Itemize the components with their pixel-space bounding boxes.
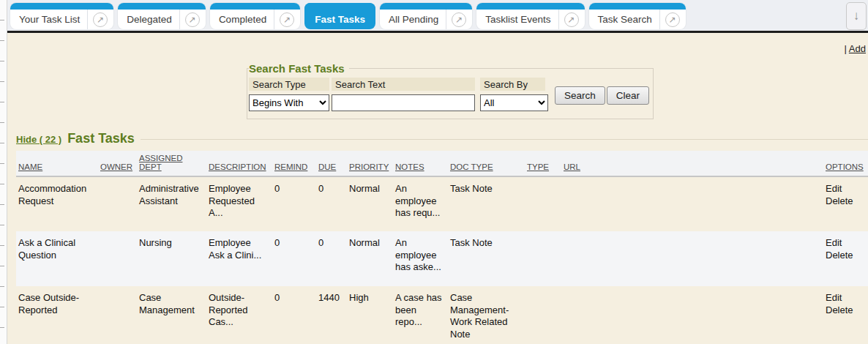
search-type-label: Search Type xyxy=(249,78,329,91)
cell-priority: Normal xyxy=(347,231,393,286)
app-window: Your Task List ↗ Delegated ↗ Completed ↗… xyxy=(0,0,868,344)
open-new-window-button[interactable]: ↗ xyxy=(179,10,206,29)
cell-priority: Normal xyxy=(347,176,393,231)
tab-scroll-down-button[interactable]: ↓ xyxy=(846,2,867,30)
cell-type xyxy=(525,176,561,231)
cell-doc-type: Task Note xyxy=(448,176,525,231)
down-arrow-icon: ↓ xyxy=(853,9,860,23)
open-new-window-button[interactable]: ↗ xyxy=(274,10,300,29)
tab-label: Delegated xyxy=(118,10,179,29)
cell-remind: 0 xyxy=(272,286,316,341)
column-header-assigned-dept: ASSIGNED DEPT xyxy=(137,151,206,176)
cell-url xyxy=(561,176,823,231)
cell-name: Case Outside-Reported xyxy=(16,286,98,341)
column-header-notes: NOTES xyxy=(393,151,448,176)
external-link-icon: ↗ xyxy=(452,12,466,27)
cell-url xyxy=(561,231,823,286)
delete-link[interactable]: Delete xyxy=(826,195,864,208)
cell-due: 0 xyxy=(316,176,347,231)
hide-count-link[interactable]: Hide ( 22 ) xyxy=(16,134,61,145)
column-header-remind: REMIND xyxy=(272,151,316,176)
column-header-due: DUE xyxy=(316,151,347,176)
edit-link[interactable]: Edit xyxy=(826,183,864,195)
tab-label: Completed xyxy=(210,10,274,29)
cell-name: Accommodation Request xyxy=(16,176,98,231)
search-text-input[interactable] xyxy=(332,94,475,111)
cell-description: Employee Ask a Clini... xyxy=(206,231,272,286)
separator: | xyxy=(845,43,847,54)
tab-all-pending[interactable]: All Pending ↗ xyxy=(380,3,472,29)
search-by-label: Search By xyxy=(480,78,545,91)
cell-notes: A case has been repo... xyxy=(393,286,448,341)
tab-label: All Pending xyxy=(380,10,446,29)
cell-doc-type: Task Note xyxy=(448,231,525,286)
column-header-doc-type: DOC TYPE xyxy=(448,151,525,176)
search-form: Search Type Search Text Search By Begins… xyxy=(249,78,649,113)
cell-options: Edit Delete xyxy=(823,176,868,231)
column-header-description: DESCRIPTION xyxy=(206,151,272,176)
tab-label: Your Task List xyxy=(10,10,87,29)
table-row: Accommodation Request Administrative Ass… xyxy=(16,176,868,231)
table-row: Ask a Clinical Question Nursing Employee… xyxy=(16,231,868,286)
tab-task-search[interactable]: Task Search ↗ xyxy=(589,3,686,29)
clear-button[interactable]: Clear xyxy=(607,86,649,105)
search-button[interactable]: Search xyxy=(555,86,605,105)
tab-label: Task Search xyxy=(589,10,659,29)
cell-url xyxy=(561,286,823,341)
edit-link[interactable]: Edit xyxy=(826,237,864,250)
open-new-window-button[interactable]: ↗ xyxy=(446,10,472,29)
cell-name: Ask a Clinical Question xyxy=(16,231,98,286)
external-link-icon: ↗ xyxy=(665,12,680,27)
column-header-type: TYPE xyxy=(525,151,561,176)
cell-assigned-dept: Case Management xyxy=(137,286,206,341)
delete-link[interactable]: Delete xyxy=(826,250,864,262)
cell-priority: High xyxy=(347,286,393,341)
table-row: Case Outside-Reported Case Management Ou… xyxy=(16,286,868,341)
tab-label: Fast Tasks xyxy=(304,10,375,29)
cell-description: Employee Requested A... xyxy=(206,176,272,231)
table-header-row: NAME OWNER ASSIGNED DEPT DESCRIPTION REM… xyxy=(16,151,868,176)
delete-link[interactable]: Delete xyxy=(826,304,864,317)
open-new-window-button[interactable]: ↗ xyxy=(659,10,686,29)
cell-description: Outside-Reported Cas... xyxy=(206,286,272,341)
cell-type xyxy=(525,286,561,341)
open-new-window-button[interactable]: ↗ xyxy=(87,10,113,29)
cell-due: 1440 xyxy=(316,286,347,341)
edit-link[interactable]: Edit xyxy=(826,292,864,304)
cell-owner xyxy=(98,286,137,341)
search-fast-tasks-panel: Search Fast Tasks Search Type Search Tex… xyxy=(247,62,654,119)
external-link-icon: ↗ xyxy=(93,12,108,27)
column-header-priority: PRIORITY xyxy=(347,151,393,176)
open-new-window-button[interactable]: ↗ xyxy=(558,10,585,29)
fast-tasks-section-header: Hide ( 22 ) Fast Tasks xyxy=(16,131,868,146)
cell-notes: An employee has requ... xyxy=(393,176,448,231)
external-link-icon: ↗ xyxy=(280,12,294,27)
tab-bar: Your Task List ↗ Delegated ↗ Completed ↗… xyxy=(7,0,868,33)
external-link-icon: ↗ xyxy=(564,12,579,27)
cell-owner xyxy=(98,176,137,231)
search-text-label: Search Text xyxy=(332,78,475,91)
external-link-icon: ↗ xyxy=(185,12,200,27)
cell-owner xyxy=(98,231,137,286)
add-link[interactable]: Add xyxy=(849,43,866,54)
tab-tasklist-events[interactable]: Tasklist Events ↗ xyxy=(476,3,584,29)
search-type-select[interactable]: Begins With xyxy=(249,94,329,111)
fast-tasks-table: NAME OWNER ASSIGNED DEPT DESCRIPTION REM… xyxy=(16,151,868,341)
main-panel: Your Task List ↗ Delegated ↗ Completed ↗… xyxy=(7,0,868,344)
column-header-options: OPTIONS xyxy=(823,151,868,176)
column-header-url: URL xyxy=(561,151,823,176)
section-rule xyxy=(141,139,868,140)
cell-remind: 0 xyxy=(272,176,316,231)
tab-fast-tasks[interactable]: Fast Tasks xyxy=(304,3,375,29)
cell-due: 0 xyxy=(316,231,347,286)
cell-notes: An employee has aske... xyxy=(393,231,448,286)
header-actions: | Add xyxy=(16,43,868,56)
tab-your-task-list[interactable]: Your Task List ↗ xyxy=(10,3,113,29)
search-panel-legend: Search Fast Tasks xyxy=(249,62,349,75)
search-by-select[interactable]: All xyxy=(480,94,548,111)
tab-delegated[interactable]: Delegated ↗ xyxy=(118,3,206,29)
frame-splitter[interactable] xyxy=(0,0,7,344)
tab-completed[interactable]: Completed ↗ xyxy=(210,3,300,29)
cell-options: Edit Delete xyxy=(823,286,868,341)
search-buttons: Search Clear xyxy=(547,78,649,113)
